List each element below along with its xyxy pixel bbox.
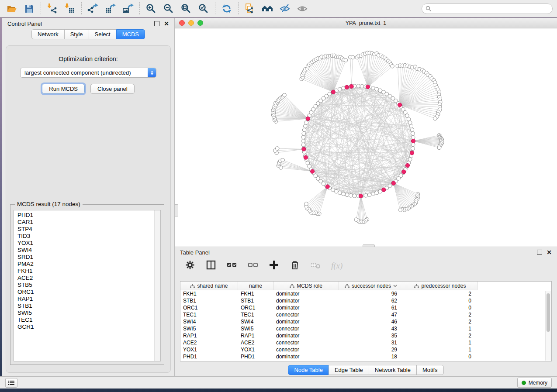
table-cell[interactable]: 2 bbox=[403, 318, 477, 325]
table-cell[interactable]: 47 bbox=[339, 311, 403, 318]
network-node[interactable] bbox=[301, 143, 305, 147]
tab-mcds[interactable]: MCDS bbox=[116, 29, 145, 39]
result-list-scrollbar[interactable] bbox=[154, 210, 160, 361]
window-zoom-icon[interactable] bbox=[197, 20, 203, 26]
table-cell[interactable]: RAP1 bbox=[238, 332, 273, 339]
network-node[interactable] bbox=[308, 165, 311, 168]
mcds-node[interactable] bbox=[304, 155, 308, 159]
table-scrollbar-thumb[interactable] bbox=[547, 293, 550, 332]
network-node[interactable] bbox=[378, 189, 382, 193]
network-node[interactable] bbox=[378, 89, 382, 93]
table-cell[interactable]: connector bbox=[273, 339, 339, 346]
network-node[interactable] bbox=[338, 191, 342, 195]
table-row[interactable]: RAP1RAP1dominator352 bbox=[180, 332, 551, 339]
open-file-button[interactable] bbox=[4, 2, 19, 16]
table-cell[interactable]: FKH1 bbox=[238, 290, 273, 297]
table-cell[interactable]: dominator bbox=[273, 290, 339, 297]
table-cell[interactable]: 31 bbox=[339, 339, 403, 346]
select-all-button[interactable] bbox=[226, 259, 238, 272]
mcds-node[interactable] bbox=[306, 117, 310, 120]
table-cell[interactable]: 61 bbox=[339, 304, 403, 311]
network-node[interactable] bbox=[351, 55, 355, 59]
network-node[interactable] bbox=[375, 191, 379, 195]
result-item[interactable]: SRD1 bbox=[17, 254, 154, 261]
search-box[interactable] bbox=[422, 3, 553, 14]
network-node[interactable] bbox=[304, 202, 308, 206]
table-cell[interactable]: SWI4 bbox=[238, 318, 273, 325]
mcds-node[interactable] bbox=[331, 90, 335, 94]
table-row[interactable]: PHD1PHD1dominator180 bbox=[180, 353, 551, 360]
mcds-node[interactable] bbox=[366, 85, 370, 89]
table-cell[interactable]: dominator bbox=[273, 353, 339, 360]
mcds-node[interactable] bbox=[382, 188, 386, 192]
table-cell[interactable]: 43 bbox=[339, 325, 403, 332]
hide-graphics-details-button[interactable] bbox=[277, 2, 292, 16]
memory-button[interactable]: Memory bbox=[517, 378, 552, 388]
table-cell[interactable]: STB1 bbox=[180, 297, 238, 304]
network-node[interactable] bbox=[304, 121, 308, 125]
mcds-node[interactable] bbox=[405, 163, 409, 167]
table-scrollbar[interactable] bbox=[545, 291, 551, 361]
table-cell[interactable]: 1 bbox=[403, 325, 477, 332]
table-row[interactable]: FKH1FKH1dominator962 bbox=[180, 290, 551, 297]
result-item[interactable]: SWI5 bbox=[17, 309, 154, 316]
result-item[interactable]: CAR1 bbox=[17, 219, 154, 226]
mcds-node[interactable] bbox=[311, 169, 315, 173]
table-row[interactable]: ACE2ACE2connector311 bbox=[180, 339, 551, 346]
table-cell[interactable]: ACE2 bbox=[238, 339, 273, 346]
deselect-all-button[interactable] bbox=[247, 259, 259, 272]
table-cell[interactable]: 46 bbox=[339, 318, 403, 325]
result-item[interactable]: ORC1 bbox=[17, 289, 154, 296]
table-cell[interactable]: 2 bbox=[403, 332, 477, 339]
network-node[interactable] bbox=[375, 87, 379, 91]
network-canvas[interactable] bbox=[175, 28, 557, 247]
network-node[interactable] bbox=[371, 86, 375, 90]
tab-motifs[interactable]: Motifs bbox=[416, 365, 444, 375]
mcds-node[interactable] bbox=[391, 181, 395, 185]
result-item[interactable]: STB5 bbox=[17, 282, 154, 289]
result-item[interactable]: STP4 bbox=[17, 226, 154, 233]
result-item[interactable]: PHD1 bbox=[17, 212, 154, 219]
network-node[interactable] bbox=[364, 194, 368, 198]
mcds-node[interactable] bbox=[349, 84, 353, 88]
column-header-predecessor-nodes[interactable]: predecessor nodes bbox=[403, 282, 477, 290]
result-item[interactable]: FKH1 bbox=[17, 268, 154, 275]
import-network-button[interactable] bbox=[45, 2, 60, 16]
table-cell[interactable]: 0 bbox=[403, 353, 477, 360]
network-node[interactable] bbox=[409, 124, 413, 128]
result-item[interactable]: TEC1 bbox=[17, 316, 154, 323]
network-node[interactable] bbox=[283, 93, 287, 97]
float-panel-icon[interactable] bbox=[154, 21, 159, 26]
save-session-button[interactable] bbox=[22, 2, 37, 16]
network-node[interactable] bbox=[302, 132, 306, 136]
tab-select[interactable]: Select bbox=[89, 29, 117, 39]
table-cell[interactable]: 2 bbox=[403, 290, 477, 297]
network-node[interactable] bbox=[367, 193, 371, 197]
table-cell[interactable]: ORC1 bbox=[238, 304, 273, 311]
table-cell[interactable]: dominator bbox=[273, 332, 339, 339]
result-item[interactable]: YOX1 bbox=[17, 240, 154, 247]
task-history-button[interactable] bbox=[5, 378, 17, 388]
table-cell[interactable]: 18 bbox=[339, 353, 403, 360]
network-node[interactable] bbox=[411, 135, 415, 139]
table-cell[interactable]: 2 bbox=[403, 311, 477, 318]
mcds-node[interactable] bbox=[411, 139, 415, 143]
export-table-button[interactable] bbox=[103, 2, 118, 16]
network-node[interactable] bbox=[354, 218, 358, 222]
network-window-titlebar[interactable]: YPA_prune.txt_1 bbox=[175, 18, 557, 28]
table-cell[interactable]: SWI5 bbox=[238, 325, 273, 332]
table-cell[interactable]: YOX1 bbox=[238, 346, 273, 353]
add-button[interactable] bbox=[268, 259, 280, 272]
network-node[interactable] bbox=[408, 158, 412, 162]
result-item[interactable]: PMA2 bbox=[17, 261, 154, 268]
home-button[interactable] bbox=[260, 2, 275, 16]
zoom-selected-button[interactable] bbox=[196, 2, 211, 16]
network-node[interactable] bbox=[405, 114, 409, 118]
network-node[interactable] bbox=[411, 147, 415, 151]
table-cell[interactable]: dominator bbox=[273, 318, 339, 325]
table-cell[interactable]: 0 bbox=[403, 304, 477, 311]
show-graphics-details-button[interactable] bbox=[295, 2, 310, 16]
tab-edge-table[interactable]: Edge Table bbox=[329, 365, 369, 375]
window-minimize-icon[interactable] bbox=[188, 20, 194, 26]
network-from-file-button[interactable] bbox=[242, 2, 257, 16]
